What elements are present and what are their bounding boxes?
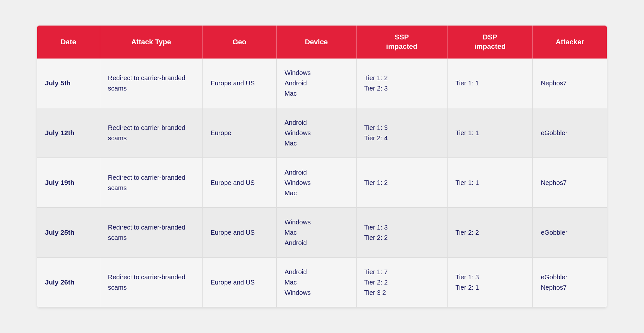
main-table-wrapper: Date Attack Type Geo Device SSPimpacted …: [37, 26, 607, 307]
table-row: July 12thRedirect to carrier-branded sca…: [37, 108, 607, 158]
cell-geo: Europe and US: [202, 257, 276, 307]
table-header-row: Date Attack Type Geo Device SSPimpacted …: [37, 26, 607, 58]
cell-attacker: eGobbler: [533, 208, 607, 257]
cell-dsp-impacted: Tier 1: 1: [447, 59, 533, 108]
cell-ssp-impacted: Tier 1: 2Tier 2: 3: [356, 59, 448, 108]
table-row: July 25thRedirect to carrier-branded sca…: [37, 208, 607, 257]
cell-attacker: eGobblerNephos7: [533, 257, 607, 307]
attack-data-table: Date Attack Type Geo Device SSPimpacted …: [37, 26, 607, 307]
cell-date: July 5th: [37, 59, 100, 108]
table-row: July 26thRedirect to carrier-branded sca…: [37, 257, 607, 307]
cell-attacker: Nephos7: [533, 158, 607, 208]
header-date: Date: [37, 26, 100, 58]
cell-geo: Europe and US: [202, 158, 276, 208]
cell-attack-type: Redirect to carrier-branded scams: [100, 158, 203, 208]
cell-attacker: Nephos7: [533, 59, 607, 108]
cell-ssp-impacted: Tier 1: 2: [356, 158, 448, 208]
header-geo: Geo: [202, 26, 276, 58]
cell-geo: Europe and US: [202, 59, 276, 108]
cell-ssp-impacted: Tier 1: 3Tier 2: 2: [356, 208, 448, 257]
cell-device: WindowsAndroidMac: [276, 59, 356, 108]
cell-attack-type: Redirect to carrier-branded scams: [100, 108, 203, 158]
header-ssp-impacted: SSPimpacted: [356, 26, 448, 58]
cell-dsp-impacted: Tier 1: 1: [447, 158, 533, 208]
header-device: Device: [276, 26, 356, 58]
cell-attack-type: Redirect to carrier-branded scams: [100, 257, 203, 307]
cell-date: July 26th: [37, 257, 100, 307]
cell-date: July 19th: [37, 158, 100, 208]
cell-attack-type: Redirect to carrier-branded scams: [100, 59, 203, 108]
cell-date: July 25th: [37, 208, 100, 257]
table-row: July 19thRedirect to carrier-branded sca…: [37, 158, 607, 208]
cell-attacker: eGobbler: [533, 108, 607, 158]
cell-ssp-impacted: Tier 1: 7Tier 2: 2Tier 3 2: [356, 257, 448, 307]
cell-device: AndroidWindowsMac: [276, 108, 356, 158]
cell-geo: Europe: [202, 108, 276, 158]
cell-device: WindowsMacAndroid: [276, 208, 356, 257]
cell-dsp-impacted: Tier 1: 1: [447, 108, 533, 158]
table-row: July 5thRedirect to carrier-branded scam…: [37, 59, 607, 108]
header-attacker: Attacker: [533, 26, 607, 58]
cell-dsp-impacted: Tier 1: 3Tier 2: 1: [447, 257, 533, 307]
cell-dsp-impacted: Tier 2: 2: [447, 208, 533, 257]
cell-attack-type: Redirect to carrier-branded scams: [100, 208, 203, 257]
cell-ssp-impacted: Tier 1: 3Tier 2: 4: [356, 108, 448, 158]
cell-device: AndroidMacWindows: [276, 257, 356, 307]
header-dsp-impacted: DSPimpacted: [447, 26, 533, 58]
header-attack-type: Attack Type: [100, 26, 203, 58]
cell-geo: Europe and US: [202, 208, 276, 257]
cell-date: July 12th: [37, 108, 100, 158]
cell-device: AndroidWindowsMac: [276, 158, 356, 208]
